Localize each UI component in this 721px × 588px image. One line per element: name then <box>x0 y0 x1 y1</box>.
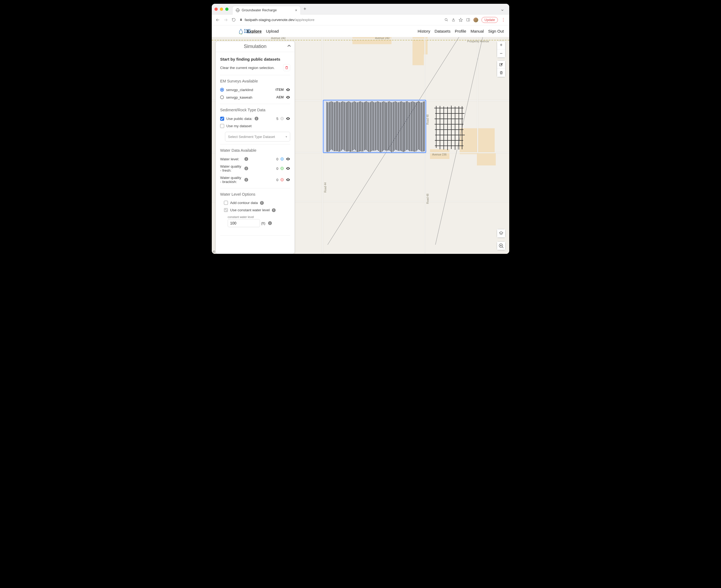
profile-avatar-icon[interactable] <box>473 18 478 22</box>
svg-line-15 <box>502 247 503 248</box>
close-window-button[interactable] <box>214 7 218 11</box>
edit-control <box>497 60 506 77</box>
nav-manual[interactable]: Manual <box>470 29 484 34</box>
layers-button[interactable] <box>497 229 505 237</box>
use-my-label: Use my dataset <box>226 124 252 128</box>
svg-point-17 <box>288 97 289 98</box>
info-icon[interactable]: i <box>245 167 248 170</box>
info-icon[interactable]: i <box>245 178 248 182</box>
constant-checkbox[interactable] <box>224 208 228 212</box>
visibility-toggle-icon[interactable] <box>286 95 290 100</box>
visibility-toggle-icon[interactable] <box>286 157 290 161</box>
road-label-road48: Road 48 <box>426 114 429 125</box>
water-row: Water quality - brackish: i 0 <box>220 174 290 185</box>
visibility-toggle-icon[interactable] <box>286 117 290 121</box>
minimize-window-button[interactable] <box>220 7 223 11</box>
brand-logo[interactable]: FAST PATH <box>239 29 251 34</box>
browser-menu-icon[interactable]: ⋮ <box>501 17 506 22</box>
sidebar-body[interactable]: Start by finding public datasets Clear t… <box>216 52 295 254</box>
unit-label: (ft) <box>261 221 266 225</box>
tab-title: Groundwater Recharge <box>242 8 277 12</box>
bookmark-star-icon[interactable] <box>459 18 463 22</box>
delete-region-button[interactable] <box>497 69 505 77</box>
constant-water-level-input[interactable] <box>228 219 260 227</box>
update-button[interactable]: Update <box>482 17 498 23</box>
nav-history[interactable]: History <box>418 29 430 34</box>
visibility-toggle-icon[interactable] <box>286 88 290 92</box>
sediment-section-title: Sediment/Rock Type Data <box>220 108 290 112</box>
contour-row: Add contour data i <box>224 199 290 206</box>
nav-profile[interactable]: Profile <box>455 29 466 34</box>
info-icon[interactable]: i <box>268 221 272 225</box>
road-label-ave240: Avenue 240 <box>375 37 390 40</box>
em-radio-clarklind[interactable] <box>220 88 224 92</box>
constant-input-label: constant water level <box>228 215 254 218</box>
use-public-checkbox[interactable] <box>220 117 224 121</box>
use-my-checkbox[interactable] <box>220 124 224 128</box>
map-dashed-boundary <box>212 40 509 40</box>
nav-back-button[interactable] <box>215 18 220 22</box>
contour-checkbox[interactable] <box>224 201 228 205</box>
clear-selection-button[interactable] <box>283 64 290 71</box>
svg-line-4 <box>447 20 448 21</box>
locate-control <box>497 241 506 250</box>
new-tab-button[interactable]: + <box>303 6 306 12</box>
collapse-sidebar-icon[interactable] <box>287 44 291 49</box>
url-field[interactable]: fastpath-staging.curvenote.dev/app/explo… <box>239 18 441 22</box>
lock-icon <box>239 18 242 22</box>
zoom-out-button[interactable]: − <box>497 49 505 57</box>
nav-datasets[interactable]: Datasets <box>434 29 450 34</box>
main: Avenue 240 Avenue 240 Prosperity Avenue … <box>212 37 509 254</box>
browser-tab[interactable]: Groundwater Recharge × <box>232 6 301 15</box>
map-road <box>212 39 509 39</box>
zoom-in-button[interactable]: + <box>497 41 505 49</box>
info-icon[interactable]: i <box>255 117 258 121</box>
road-label-road44: Road 44 <box>324 182 327 193</box>
info-icon[interactable]: i <box>245 157 248 161</box>
locate-button[interactable] <box>497 242 505 250</box>
svg-point-16 <box>288 89 289 90</box>
water-count: 0 <box>275 167 278 171</box>
search-icon[interactable] <box>444 18 448 22</box>
sidebar-title: Simulation <box>244 44 267 49</box>
tabs-overflow-icon[interactable]: ⌄ <box>500 6 507 12</box>
visibility-toggle-icon[interactable] <box>286 177 290 182</box>
fullscreen-window-button[interactable] <box>225 7 229 11</box>
survey-lines-ttem <box>326 102 424 151</box>
info-icon[interactable]: i <box>272 208 276 212</box>
info-icon[interactable]: i <box>260 201 264 205</box>
status-dot-icon <box>280 117 284 120</box>
nav-signout[interactable]: Sign Out <box>488 29 504 34</box>
use-my-row: Use my dataset <box>220 122 290 130</box>
em-type: tTEM <box>275 88 284 92</box>
survey-lines-aem <box>435 106 464 149</box>
status-dot-icon <box>280 178 284 181</box>
em-radio-kaweah[interactable] <box>220 96 224 99</box>
reload-button[interactable] <box>232 18 236 22</box>
urlbar: fastpath-staging.curvenote.dev/app/explo… <box>212 15 509 25</box>
svg-marker-6 <box>459 18 463 22</box>
svg-rect-7 <box>467 19 470 21</box>
chevron-down-icon: ▾ <box>285 135 287 139</box>
sidebar-header: Simulation <box>216 41 295 52</box>
sediment-dataset-select[interactable]: Select Sediment Type Dataset ▾ <box>225 132 290 142</box>
water-count: 0 <box>275 157 278 161</box>
constant-input-wrap: constant water level (ft) i <box>228 215 290 227</box>
zoom-control: + − <box>497 41 506 58</box>
constant-label: Use constant water level <box>230 208 270 212</box>
road-label-prosperity: Prosperity Avenue <box>467 40 490 43</box>
map-parcel <box>412 55 424 65</box>
em-survey-row: senvgp_clarklind tTEM <box>220 86 290 93</box>
svg-point-21 <box>288 180 289 180</box>
nav-upload[interactable]: Upload <box>266 29 279 34</box>
em-type: AEM <box>275 96 284 99</box>
visibility-toggle-icon[interactable] <box>286 166 290 171</box>
water-section-title: Water Data Available <box>220 148 290 152</box>
tab-close-icon[interactable]: × <box>295 8 297 13</box>
edit-region-button[interactable] <box>497 61 505 69</box>
use-public-label: Use public data: <box>226 117 252 121</box>
share-icon[interactable] <box>451 18 455 22</box>
status-dot-icon <box>280 167 284 170</box>
panel-icon[interactable] <box>466 18 470 22</box>
traffic-lights <box>214 7 229 11</box>
